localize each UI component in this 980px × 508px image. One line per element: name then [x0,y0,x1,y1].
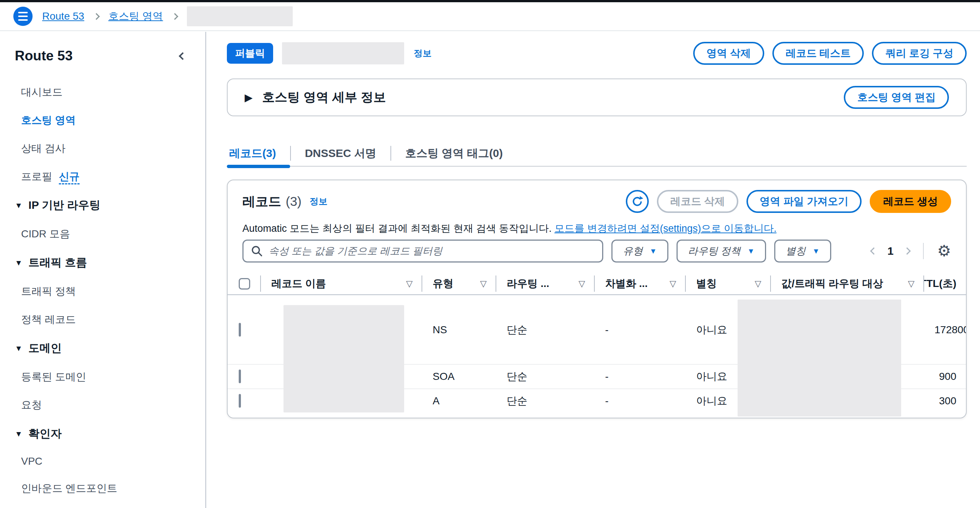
sidebar-section-label: 확인자 [29,426,62,441]
records-count: (3) [286,194,302,209]
column-header-type[interactable]: 유형 ▽ [422,272,496,295]
column-divider [923,275,924,292]
row-checkbox[interactable] [239,394,241,408]
sort-icon[interactable]: ▽ [908,279,915,289]
section-caret-icon: ▼ [15,430,22,438]
column-header-routing[interactable]: 라우팅 ... ▽ [496,272,594,295]
tab-label: 레코드(3) [229,146,276,161]
new-badge[interactable]: 신규 [59,171,80,185]
import-zone-file-button[interactable]: 영역 파일 가져오기 [746,190,862,213]
hamburger-menu-icon[interactable] [13,7,33,26]
refresh-icon [631,195,644,208]
create-record-button[interactable]: 레코드 생성 [870,190,951,213]
table-header: 레코드 이름 ▽ 유형 ▽ 라우팅 ... ▽ 차별화 ... ▽ 별칭 [228,272,966,295]
main-content: 퍼블릭 정보 영역 삭제 레코드 테스트 쿼리 로깅 구성 ▶ 호스팅 영역 세… [206,32,980,508]
row-checkbox[interactable] [239,323,241,336]
public-badge: 퍼블릭 [227,43,273,64]
zone-info-link[interactable]: 정보 [414,48,431,59]
breadcrumb-route53-link[interactable]: Route 53 [42,10,84,22]
sidebar-section-traffic-flow[interactable]: ▼ 트래픽 흐름 [15,255,191,270]
chevron-down-icon: ▼ [812,247,820,255]
description-text: Automatic 모드는 최상의 필터 결과에 최적화된 현재 검색 동작입니… [242,223,552,234]
sidebar-item-traffic-policies[interactable]: 트래픽 정책 [15,284,191,298]
sidebar-item-vpc[interactable]: VPC [15,455,191,467]
breadcrumb-chevron-icon [172,13,178,20]
column-header-record-name[interactable]: 레코드 이름 ▽ [260,272,422,295]
sidebar-item-dashboard[interactable]: 대시보드 [15,85,191,99]
column-label: 유형 [433,277,453,291]
delete-zone-button[interactable]: 영역 삭제 [693,42,764,65]
sidebar-item-health-checks[interactable]: 상태 검사 [15,142,191,156]
section-caret-icon: ▼ [15,344,22,353]
sidebar-item-hosted-zones[interactable]: 호스팅 영역 [15,113,191,127]
row-checkbox[interactable] [239,369,241,383]
dropdown-label: 유형 [623,244,643,258]
cell-type: SOA [422,371,496,382]
sidebar-section-label: IP 기반 라우팅 [29,198,100,213]
type-filter-dropdown[interactable]: 유형 ▼ [611,240,668,263]
expander-caret-icon[interactable]: ▶ [245,91,253,104]
column-header-value[interactable]: 값/트래픽 라우팅 대상 ▽ [770,272,923,295]
sort-icon[interactable]: ▽ [406,279,413,289]
section-caret-icon: ▼ [15,201,22,210]
next-page-icon[interactable] [904,247,911,255]
tab-dnssec[interactable]: DNSSEC 서명 [291,140,390,167]
chevron-down-icon: ▼ [649,247,657,255]
sidebar-section-label: 트래픽 흐름 [29,255,87,270]
cell-routing: 단순 [496,369,594,384]
select-all-checkbox[interactable] [239,278,250,290]
records-title: 레코드 [242,193,281,210]
edit-hosted-zone-button[interactable]: 호스팅 영역 편집 [844,86,949,109]
tab-records[interactable]: 레코드(3) [227,140,290,167]
breadcrumb-hosted-zones-link[interactable]: 호스팅 영역 [108,9,163,23]
settings-link[interactable]: 모드를 변경하려면 설정(settings)으로 이동합니다. [554,223,776,234]
sidebar-item-registered-domains[interactable]: 등록된 도메인 [15,370,191,384]
gear-icon[interactable]: ⚙ [937,243,951,259]
sidebar-section-domains[interactable]: ▼ 도메인 [15,341,191,356]
sidebar-title: Route 53 [15,48,73,64]
sort-icon[interactable]: ▽ [579,279,585,289]
column-divider [594,275,595,292]
sidebar-section-ip-routing[interactable]: ▼ IP 기반 라우팅 [15,198,191,213]
sort-icon[interactable]: ▽ [670,279,676,289]
column-header-ttl[interactable]: TTL(초) [923,272,966,295]
routing-policy-filter-dropdown[interactable]: 라우팅 정책 ▼ [676,240,766,263]
records-panel: 레코드 (3) 정보 레코드 삭제 영역 파일 가져오기 레코드 생성 Auto… [227,180,967,419]
records-info-link[interactable]: 정보 [310,196,328,207]
tab-zone-tags[interactable]: 호스팅 영역 태그(0) [391,140,517,167]
column-header-alias[interactable]: 별칭 ▽ [685,272,770,295]
cell-type: A [422,395,496,407]
search-icon [251,245,263,257]
dropdown-label: 별칭 [786,244,806,258]
sidebar-collapse-icon[interactable] [179,52,186,60]
previous-page-icon[interactable] [870,247,878,255]
sidebar-item-inbound-endpoints[interactable]: 인바운드 엔드포인트 [15,481,191,495]
page-number[interactable]: 1 [888,245,894,257]
sidebar: Route 53 대시보드 호스팅 영역 상태 검사 프로필신규 ▼ IP 기반… [0,32,206,508]
sort-icon[interactable]: ▽ [755,279,761,289]
refresh-button[interactable] [626,190,649,213]
cell-differentiator: - [594,324,685,336]
column-divider [496,275,496,292]
delete-record-button[interactable]: 레코드 삭제 [657,190,738,213]
breadcrumb-zone-name-redacted [187,6,293,26]
sidebar-section-resolver[interactable]: ▼ 확인자 [15,426,191,441]
zone-header: 퍼블릭 정보 영역 삭제 레코드 테스트 쿼리 로깅 구성 [227,41,967,65]
column-header-differentiator[interactable]: 차별화 ... ▽ [594,272,685,295]
column-divider [685,275,686,292]
test-record-button[interactable]: 레코드 테스트 [772,42,864,65]
record-filter-search[interactable] [242,240,603,263]
sidebar-item-cidr-collections[interactable]: CIDR 모음 [15,227,191,241]
active-tab-underline [227,165,290,168]
sidebar-item-policy-records[interactable]: 정책 레코드 [15,312,191,326]
alias-filter-dropdown[interactable]: 별칭 ▼ [774,240,831,263]
configure-query-logging-button[interactable]: 쿼리 로깅 구성 [872,42,967,65]
sidebar-item-requests[interactable]: 요청 [15,398,191,412]
tab-label: DNSSEC 서명 [305,146,376,161]
column-label: 값/트래픽 라우팅 대상 [781,277,883,291]
cell-differentiator: - [594,395,685,407]
sidebar-item-label: 프로필 [21,171,52,182]
sort-icon[interactable]: ▽ [480,279,487,289]
record-filter-input[interactable] [269,245,595,257]
sidebar-item-profiles[interactable]: 프로필신규 [15,170,191,184]
